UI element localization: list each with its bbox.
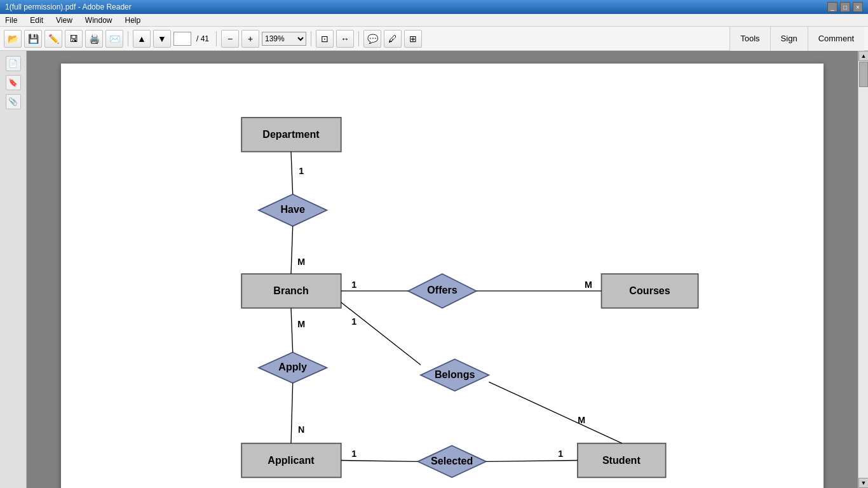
- zoom-select[interactable]: 50% 75% 100% 125% 139% 150% 200%: [262, 32, 306, 46]
- highlight-button[interactable]: 🖊: [384, 30, 402, 48]
- menu-edit[interactable]: Edit: [27, 16, 46, 25]
- page-number-input[interactable]: 6: [173, 32, 191, 46]
- menubar: File Edit View Window Help: [0, 14, 868, 27]
- apply-applicant-line: [291, 383, 293, 444]
- next-page-button[interactable]: ▼: [153, 30, 171, 48]
- have-label: Have: [280, 203, 305, 215]
- main-area: 📄 🔖 📎 Department Have Branch Offers: [0, 51, 868, 488]
- menu-window[interactable]: Window: [83, 16, 115, 25]
- student-label: Student: [602, 454, 641, 466]
- scroll-thumb[interactable]: [859, 62, 868, 87]
- prev-page-button[interactable]: ▲: [133, 30, 151, 48]
- fit-width-button[interactable]: ↔: [336, 30, 354, 48]
- card-apply-applicant: N: [298, 424, 304, 435]
- applicant-label: Applicant: [268, 454, 315, 466]
- save-button[interactable]: 🖫: [65, 30, 83, 48]
- page-total: / 41: [196, 34, 209, 43]
- print-button[interactable]: 🖨️: [85, 30, 103, 48]
- save-copy-button[interactable]: 💾: [24, 30, 42, 48]
- offers-label: Offers: [427, 284, 457, 295]
- pages-panel-button[interactable]: 📄: [6, 56, 21, 71]
- belongs-student-line: [489, 382, 621, 444]
- separator-1: [128, 31, 128, 46]
- applicant-selected-line: [341, 461, 418, 462]
- open-button[interactable]: 📂: [4, 30, 22, 48]
- selected-student-line: [486, 461, 578, 462]
- menu-help[interactable]: Help: [123, 16, 144, 25]
- branch-belongs-line: [341, 302, 421, 365]
- tools-button[interactable]: Tools: [729, 27, 770, 51]
- branch-label: Branch: [273, 285, 308, 296]
- zoom-out-button[interactable]: −: [221, 30, 239, 48]
- card-belongs-student: M: [578, 415, 585, 425]
- email-button[interactable]: ✉️: [105, 30, 123, 48]
- selected-label: Selected: [431, 455, 473, 466]
- menu-file[interactable]: File: [3, 16, 20, 25]
- card-dept-have: 1: [299, 166, 304, 176]
- card-branch-apply: M: [297, 319, 305, 329]
- right-tools: Tools Sign Comment: [729, 27, 864, 51]
- pdf-area[interactable]: Department Have Branch Offers Courses Ap…: [27, 51, 858, 488]
- have-branch-line: [291, 226, 293, 274]
- scrollbar[interactable]: ▲ ▼: [858, 51, 868, 488]
- titlebar-title: 1(full permission).pdf - Adobe Reader: [5, 3, 132, 11]
- attachments-panel-button[interactable]: 📎: [6, 94, 21, 109]
- maximize-btn[interactable]: □: [840, 2, 850, 12]
- close-btn[interactable]: ×: [853, 2, 863, 12]
- apply-label: Apply: [278, 361, 307, 372]
- belongs-label: Belongs: [435, 369, 475, 380]
- left-panel: 📄 🔖 📎: [0, 51, 27, 488]
- dept-have-line: [291, 152, 293, 194]
- er-diagram: Department Have Branch Offers Courses Ap…: [61, 64, 824, 488]
- branch-apply-line: [291, 308, 293, 353]
- courses-label: Courses: [629, 285, 670, 296]
- card-have-branch: M: [297, 257, 305, 267]
- card-branch-belongs: 1: [351, 316, 356, 327]
- separator-2: [216, 31, 217, 46]
- menu-view[interactable]: View: [53, 16, 75, 25]
- card-offers-courses: M: [585, 280, 592, 290]
- minimize-btn[interactable]: _: [827, 2, 837, 12]
- typewriter-button[interactable]: ✏️: [44, 30, 62, 48]
- sign-button[interactable]: Sign: [770, 27, 808, 51]
- fit-page-button[interactable]: ⊡: [316, 30, 334, 48]
- card-branch-offers: 1: [351, 280, 356, 290]
- card-selected-student: 1: [558, 449, 563, 459]
- department-label: Department: [262, 128, 320, 140]
- zoom-in-button[interactable]: +: [241, 30, 259, 48]
- scroll-down-button[interactable]: ▼: [858, 478, 868, 488]
- scroll-up-button[interactable]: ▲: [858, 51, 868, 61]
- snapshot-button[interactable]: ⊞: [404, 30, 422, 48]
- titlebar: 1(full permission).pdf - Adobe Reader _ …: [0, 0, 868, 14]
- card-applicant-selected: 1: [351, 449, 356, 459]
- separator-4: [358, 31, 359, 46]
- toolbar: 📂 💾 ✏️ 🖫 🖨️ ✉️ ▲ ▼ 6 / 41 − + 50% 75% 10…: [0, 27, 868, 51]
- comment-panel-button[interactable]: Comment: [808, 27, 864, 51]
- scroll-track[interactable]: [858, 61, 868, 478]
- bookmarks-panel-button[interactable]: 🔖: [6, 75, 21, 90]
- titlebar-controls[interactable]: _ □ ×: [827, 2, 863, 12]
- separator-3: [311, 31, 311, 46]
- comment-button[interactable]: 💬: [363, 30, 381, 48]
- pdf-page: Department Have Branch Offers Courses Ap…: [61, 64, 824, 488]
